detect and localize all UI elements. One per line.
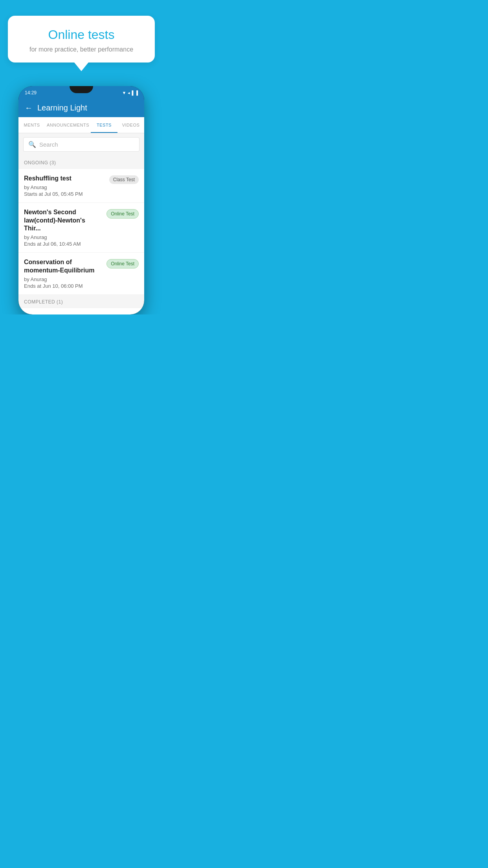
- test-info: Conservation of momentum-Equilibrium by …: [24, 258, 106, 289]
- list-item[interactable]: Newton's Second law(contd)-Newton's Thir…: [18, 203, 144, 253]
- online-test-badge-2: Online Test: [106, 259, 139, 268]
- back-button[interactable]: ←: [25, 103, 33, 112]
- phone-bottom: [18, 308, 144, 314]
- completed-section-header: COMPLETED (1): [18, 295, 144, 308]
- app-title: Learning Light: [37, 103, 87, 112]
- test-date: Starts at Jul 05, 05:45 PM: [24, 191, 105, 197]
- test-author: by Anurag: [24, 276, 103, 282]
- tab-videos[interactable]: VIDEOS: [117, 117, 144, 133]
- completed-label: COMPLETED (1): [24, 299, 63, 305]
- test-date: Ends at Jun 10, 06:00 PM: [24, 283, 103, 289]
- bubble-title: Online tests: [17, 28, 145, 42]
- phone-notch: [70, 86, 93, 93]
- ongoing-section-header: ONGOING (3): [18, 156, 144, 169]
- test-info: Reshuffling test by Anurag Starts at Jul…: [24, 175, 109, 197]
- phone-mockup: 14:29 ▼ ◂▐ ▐ ← Learning Light MENTS ANNO…: [0, 86, 163, 314]
- test-date: Ends at Jul 06, 10:45 AM: [24, 241, 103, 247]
- speech-bubble: Online tests for more practice, better p…: [8, 16, 155, 63]
- signal-icon: ◂▐: [128, 90, 133, 96]
- test-author: by Anurag: [24, 234, 103, 240]
- test-author: by Anurag: [24, 184, 105, 190]
- battery-icon: ▐: [135, 90, 138, 95]
- list-item[interactable]: Reshuffling test by Anurag Starts at Jul…: [18, 169, 144, 203]
- tab-tests[interactable]: TESTS: [91, 117, 117, 133]
- wifi-icon: ▼: [122, 90, 127, 95]
- phone-frame: 14:29 ▼ ◂▐ ▐ ← Learning Light MENTS ANNO…: [18, 86, 144, 314]
- search-icon: 🔍: [28, 141, 36, 148]
- search-bar[interactable]: 🔍 Search: [23, 137, 139, 152]
- bubble-subtitle: for more practice, better performance: [17, 46, 145, 53]
- status-time: 14:29: [25, 90, 37, 96]
- class-test-badge: Class Test: [109, 175, 139, 184]
- tab-ments[interactable]: MENTS: [18, 117, 45, 133]
- promo-section: Online tests for more practice, better p…: [0, 0, 163, 63]
- test-name: Reshuffling test: [24, 175, 105, 183]
- status-icons: ▼ ◂▐ ▐: [122, 90, 138, 96]
- online-test-badge: Online Test: [106, 209, 139, 219]
- test-list: Reshuffling test by Anurag Starts at Jul…: [18, 169, 144, 295]
- ongoing-label: ONGOING (3): [24, 160, 56, 166]
- test-info: Newton's Second law(contd)-Newton's Thir…: [24, 208, 106, 247]
- app-header: ← Learning Light: [18, 99, 144, 117]
- test-name: Newton's Second law(contd)-Newton's Thir…: [24, 208, 103, 233]
- search-container: 🔍 Search: [18, 133, 144, 156]
- tab-bar: MENTS ANNOUNCEMENTS TESTS VIDEOS: [18, 117, 144, 133]
- list-item[interactable]: Conservation of momentum-Equilibrium by …: [18, 253, 144, 295]
- search-placeholder: Search: [39, 141, 58, 148]
- test-name: Conservation of momentum-Equilibrium: [24, 258, 103, 275]
- tab-announcements[interactable]: ANNOUNCEMENTS: [45, 117, 91, 133]
